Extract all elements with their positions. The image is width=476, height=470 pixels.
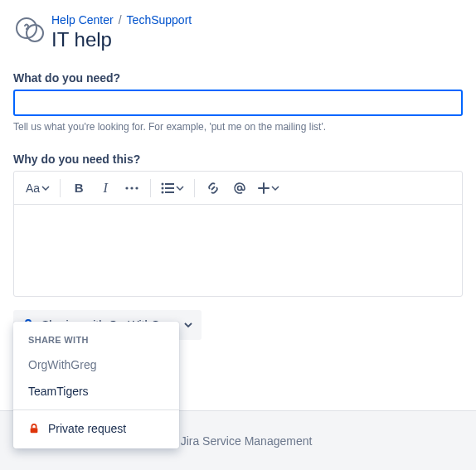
- chevron-down-icon: [183, 320, 193, 330]
- svg-point-4: [136, 187, 138, 189]
- editor-toolbar: Aa B I: [14, 172, 462, 205]
- share-option-team[interactable]: TeamTigers: [13, 378, 179, 405]
- toolbar-separator: [194, 179, 195, 197]
- italic-button[interactable]: I: [92, 175, 119, 201]
- summary-input[interactable]: [13, 90, 463, 116]
- description-label: Why do you need this?: [13, 153, 463, 166]
- rich-text-editor: Aa B I: [13, 171, 463, 297]
- footer-text: Jira Service Management: [181, 434, 313, 448]
- svg-rect-6: [165, 183, 174, 185]
- insert-button[interactable]: [253, 175, 284, 201]
- summary-hint: Tell us what you're looking for. For exa…: [13, 121, 463, 133]
- description-input[interactable]: [14, 205, 462, 296]
- svg-point-7: [162, 187, 164, 189]
- breadcrumb: Help Center / TechSupport: [51, 13, 192, 27]
- page-title: IT help: [51, 28, 192, 51]
- bullet-list-icon: [161, 182, 174, 194]
- svg-point-2: [126, 187, 129, 189]
- dropdown-divider: [13, 409, 179, 410]
- text-styles-button[interactable]: Aa: [21, 175, 55, 201]
- request-type-icon: [13, 13, 46, 46]
- breadcrumb-help-center[interactable]: Help Center: [51, 13, 114, 27]
- mention-button[interactable]: [226, 175, 253, 201]
- more-formatting-button[interactable]: [119, 175, 145, 201]
- svg-rect-13: [31, 428, 38, 433]
- page-header: Help Center / TechSupport IT help: [13, 13, 463, 51]
- svg-point-5: [162, 182, 164, 185]
- toolbar-separator: [150, 179, 151, 197]
- dropdown-header: SHARE WITH: [13, 335, 179, 351]
- share-option-private-label: Private request: [48, 422, 126, 435]
- chevron-down-icon: [271, 184, 279, 192]
- chevron-down-icon: [176, 184, 184, 192]
- share-option-private[interactable]: Private request: [13, 415, 179, 442]
- svg-rect-8: [165, 187, 174, 189]
- more-icon: [125, 187, 138, 190]
- share-option-org[interactable]: OrgWithGreg: [13, 351, 179, 378]
- breadcrumb-separator: /: [119, 13, 122, 27]
- svg-point-9: [162, 191, 164, 193]
- mention-icon: [233, 182, 246, 195]
- summary-field: What do you need? Tell us what you're lo…: [13, 71, 463, 133]
- link-icon: [206, 182, 220, 195]
- link-button[interactable]: [200, 175, 226, 201]
- summary-label: What do you need?: [13, 71, 463, 85]
- description-field: Why do you need this? Aa B I: [13, 153, 463, 297]
- svg-point-3: [131, 187, 134, 189]
- chevron-down-icon: [41, 184, 50, 192]
- svg-rect-10: [165, 191, 174, 193]
- breadcrumb-project[interactable]: TechSupport: [127, 13, 192, 27]
- toolbar-separator: [60, 179, 61, 197]
- share-with-dropdown: SHARE WITH OrgWithGreg TeamTigers Privat…: [13, 322, 179, 448]
- bold-button[interactable]: B: [66, 175, 92, 201]
- lock-closed-icon: [28, 423, 40, 434]
- text-styles-label: Aa: [26, 182, 40, 195]
- lists-button[interactable]: [156, 175, 189, 201]
- plus-icon: [258, 182, 270, 194]
